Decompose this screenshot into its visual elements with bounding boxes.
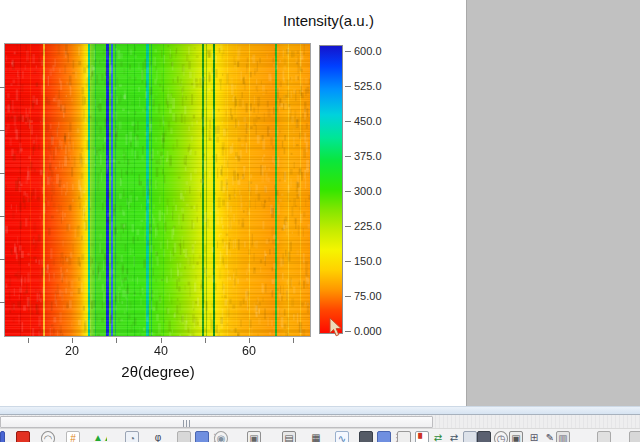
workspace-background [466,0,640,407]
y-axis-tick [0,259,5,260]
x-axis-tick-label: 20 [52,344,92,358]
scrollbar-thumb[interactable] [0,416,433,428]
toolbar-icon-frame[interactable] [397,431,411,442]
y-axis-tick [0,130,5,131]
colorbar-tick [345,226,351,227]
toolbar-icon-panel-gray[interactable] [177,431,191,442]
bottom-toolbar: ◠#▲▲◔φ⋮◉▣▤▦∿⋮▘⇄⇄◷▣⊞✎▥ [0,428,640,442]
colorbar-tick-label: 375.0 [354,150,382,162]
toolbar-icon-page-red[interactable]: ▘ [415,431,429,442]
toolbar-icon-camera[interactable]: ▤ [282,431,296,442]
x-axis-tick-label: 40 [141,344,181,358]
colorbar-tick [345,296,351,297]
toolbar-icon-page-blue-2[interactable] [377,431,391,442]
colorbar-title: Intensity(a.u.) [283,12,374,29]
y-axis-tick [0,302,5,303]
heatmap-canvas[interactable] [5,44,310,336]
colorbar-tick [345,86,351,87]
toolbar-icon-stub[interactable] [597,431,611,442]
colorbar-tick-label: 150.0 [354,255,382,267]
colorbar-tick-label: 75.00 [354,290,382,302]
toolbar-icon-flask[interactable]: ◔ [125,431,139,442]
toolbar-icon-printer[interactable]: ▣ [247,431,261,442]
x-axis-title: 2θ(degree) [78,363,238,380]
colorbar-tick [345,191,351,192]
y-axis-tick [0,216,5,217]
colorbar[interactable] [319,45,343,334]
toolbar-icon-stub-right[interactable] [629,431,640,442]
toolbar-icon-monitor-2[interactable] [477,431,491,442]
x-axis-tick [72,338,73,343]
x-axis-tick [249,338,250,343]
toolbar-icon-clip-blue[interactable] [0,431,5,442]
toolbar-icon-www-grid[interactable]: ▦ [309,431,323,442]
toolbar-icon-monitor[interactable] [359,431,373,442]
toolbar-icon-cols-green[interactable]: ⇄ [431,431,445,442]
colorbar-tick [345,51,351,52]
toolbar-icon-arrows-green[interactable]: ▲▲ [93,431,107,442]
toolbar-icon-folder-out[interactable]: ▥ [556,431,570,442]
x-axis-tick [28,338,29,343]
heatmap-plot[interactable] [4,43,311,337]
toolbar-icon-tool-round[interactable]: ◉ [214,431,228,442]
toolbar-icon-plot-red[interactable] [16,431,30,442]
toolbar-icon-printer-2[interactable]: ▣ [509,431,523,442]
colorbar-tick-label: 225.0 [354,220,382,232]
toolbar-icon-cols-plus[interactable]: ⇄ [447,431,461,442]
y-axis-tick [0,173,5,174]
colorbar-tick [345,261,351,262]
colorbar-tick [345,331,351,332]
scrollbar-grip-icon[interactable] [183,420,194,427]
status-strip [0,406,640,414]
x-axis-tick [161,338,162,343]
toolbar-icon-pen[interactable]: ✎ [543,431,557,442]
x-axis-tick [116,338,117,343]
colorbar-tick-label: 600.0 [354,45,382,57]
toolbar-icon-jar[interactable] [463,431,477,442]
toolbar-icon-gauge[interactable]: ◠ [41,431,55,442]
toolbar-icon-graph-corners[interactable]: # [66,431,80,442]
x-axis-tick [205,338,206,343]
colorbar-tick-label: 300.0 [354,185,382,197]
colorbar-tick [345,156,351,157]
toolbar-icon-expand[interactable]: ⊞ [527,431,541,442]
colorbar-tick-label: 525.0 [354,80,382,92]
colorbar-tick-label: 0.000 [354,325,382,337]
toolbar-icon-page-blue[interactable] [195,431,209,442]
y-axis-tick [0,87,5,88]
toolbar-icon-clock[interactable]: ◷ [494,431,508,442]
toolbar-icon-wave[interactable]: ∿ [335,431,349,442]
horizontal-scrollbar[interactable] [0,414,640,428]
colorbar-tick-label: 450.0 [354,115,382,127]
x-axis-tick [293,338,294,343]
colorbar-tick [345,121,351,122]
toolbar-icon-theta-anchor[interactable]: φ [151,431,165,442]
x-axis-tick-label: 60 [229,344,269,358]
